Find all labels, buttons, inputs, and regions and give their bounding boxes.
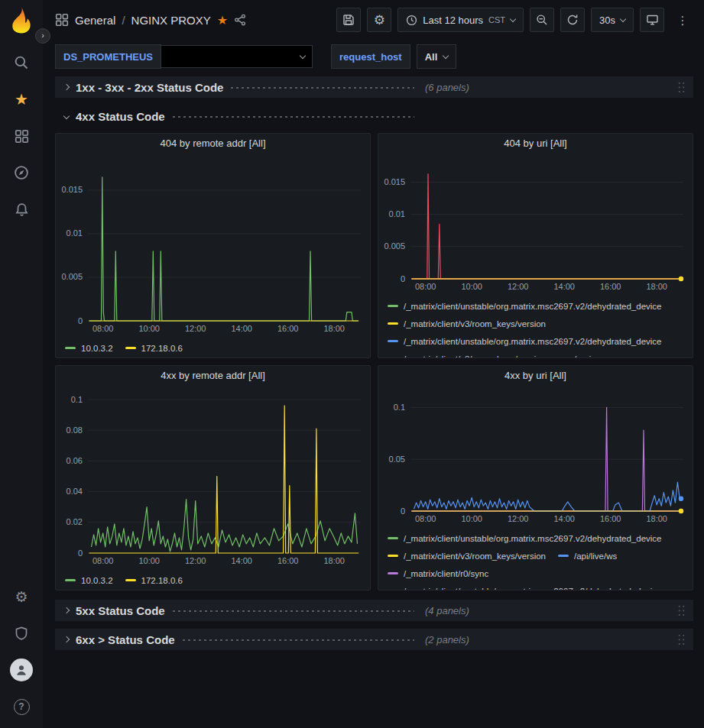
panel-title[interactable]: 404 by remote addr [All] bbox=[56, 134, 370, 154]
legend-item[interactable]: /_matrix/client/v3/room_keys/version bbox=[388, 315, 546, 332]
help-icon: ? bbox=[14, 699, 30, 715]
datasource-variable-label[interactable]: DS_PROMETHEUS bbox=[55, 44, 161, 69]
legend-item[interactable]: /sw.js bbox=[558, 351, 595, 358]
legend-item[interactable]: 172.18.0.6 bbox=[125, 572, 183, 588]
chevron-right-icon bbox=[63, 84, 70, 90]
legend-item[interactable]: /_matrix/client/unstable/org.matrix.msc2… bbox=[388, 298, 662, 314]
row-drag-handle[interactable] bbox=[677, 633, 686, 646]
time-series-chart[interactable]: 00.0050.010.01508:0010:0012:0014:0016:00… bbox=[378, 154, 693, 297]
datasource-value-dropdown[interactable] bbox=[161, 45, 313, 68]
request-host-variable-label[interactable]: request_host bbox=[331, 44, 410, 69]
svg-text:0.1: 0.1 bbox=[394, 403, 405, 412]
dashboard-settings-button[interactable]: ⚙ bbox=[367, 8, 391, 32]
gear-icon: ⚙ bbox=[15, 590, 28, 604]
kebab-menu-button[interactable]: ⋮ bbox=[670, 8, 695, 32]
legend-item[interactable]: 10.0.3.2 bbox=[65, 572, 113, 588]
row-4xx[interactable]: 4xx Status Code bbox=[55, 105, 693, 127]
row-panel-count: (6 panels) bbox=[425, 82, 469, 93]
time-range-picker[interactable]: Last 12 hours CST bbox=[397, 8, 524, 32]
svg-text:08:00: 08:00 bbox=[415, 514, 436, 523]
row-drag-handle[interactable] bbox=[677, 604, 686, 617]
row-drag-handle[interactable] bbox=[677, 81, 686, 94]
zoom-out-button[interactable] bbox=[530, 8, 554, 32]
dashboard-content: 1xx - 3xx - 2xx Status Code (6 panels) 4… bbox=[43, 76, 704, 650]
legend-item[interactable]: 10.0.3.2 bbox=[65, 340, 113, 356]
dotted-leader bbox=[181, 636, 414, 645]
legend-item[interactable]: 172.18.0.6 bbox=[125, 340, 183, 356]
share-icon[interactable] bbox=[234, 14, 246, 26]
row-6xx[interactable]: 6xx > Status Code (2 panels) bbox=[55, 629, 693, 650]
legend-label: 172.18.0.6 bbox=[141, 344, 183, 353]
svg-text:16:00: 16:00 bbox=[277, 556, 299, 565]
sidebar-help-item[interactable]: ? bbox=[0, 688, 43, 725]
time-series-chart[interactable]: 00.0050.010.01508:0010:0012:0014:0016:00… bbox=[56, 154, 370, 339]
dashboard-title[interactable]: NGINX PROXY bbox=[131, 14, 211, 27]
sidebar-settings-item[interactable]: ⚙ bbox=[0, 578, 43, 615]
favorite-star-icon[interactable]: ★ bbox=[217, 13, 228, 28]
row-1xx-3xx-2xx[interactable]: 1xx - 3xx - 2xx Status Code (6 panels) bbox=[55, 76, 693, 98]
sidebar-profile-item[interactable] bbox=[0, 652, 43, 688]
sidebar-starred-item[interactable]: ★ bbox=[0, 81, 43, 118]
timezone-label: CST bbox=[488, 15, 505, 24]
panel-grid: 404 by remote addr [All] 00.0050.010.015… bbox=[55, 133, 693, 590]
legend-item[interactable]: /api/live/ws bbox=[558, 548, 617, 564]
panel-title[interactable]: 4xx by uri [All] bbox=[378, 366, 693, 386]
row-5xx[interactable]: 5xx Status Code (4 panels) bbox=[55, 600, 693, 621]
svg-text:18:00: 18:00 bbox=[323, 324, 345, 333]
legend-label: /_matrix/client/r0/sync bbox=[404, 569, 488, 578]
svg-text:08:00: 08:00 bbox=[92, 324, 114, 333]
sidebar-search-icon[interactable] bbox=[0, 44, 43, 81]
legend-item[interactable]: /_matrix/client/r0/sync bbox=[388, 565, 488, 581]
request-host-value-dropdown[interactable]: All bbox=[417, 44, 457, 69]
sidebar-alerting-item[interactable] bbox=[0, 191, 43, 228]
svg-text:14:00: 14:00 bbox=[231, 324, 252, 333]
cycle-view-button[interactable] bbox=[640, 8, 664, 32]
svg-text:0.01: 0.01 bbox=[389, 209, 405, 218]
refresh-interval-dropdown[interactable]: 30s bbox=[591, 8, 634, 32]
legend-item[interactable]: /_matrix/client/unstable/org.matrix.msc2… bbox=[388, 333, 662, 349]
sidebar-dashboards-item[interactable] bbox=[0, 118, 43, 154]
panel-title[interactable]: 404 by uri [All] bbox=[378, 134, 693, 154]
svg-text:10:00: 10:00 bbox=[461, 514, 482, 523]
variables-submenu: DS_PROMETHEUS request_host All bbox=[43, 40, 704, 76]
time-series-chart[interactable]: 00.050.108:0010:0012:0014:0016:0018:00 bbox=[378, 386, 693, 529]
user-icon bbox=[15, 663, 28, 677]
legend-label: /_matrix/client/v3/room_keys/version bbox=[404, 354, 546, 358]
refresh-button[interactable] bbox=[560, 8, 585, 32]
svg-text:16:00: 16:00 bbox=[600, 282, 621, 291]
legend-swatch bbox=[125, 347, 136, 349]
legend-swatch bbox=[388, 555, 398, 557]
legend-item[interactable]: /_matrix/client/v3/room_keys/version bbox=[388, 548, 546, 564]
save-dashboard-button[interactable] bbox=[336, 8, 361, 32]
row-panel-count: (2 panels) bbox=[425, 634, 469, 645]
legend-item[interactable]: /_matrix/client/unstable/org.matrix.msc2… bbox=[388, 583, 662, 590]
svg-text:0.1: 0.1 bbox=[71, 395, 83, 404]
legend-swatch bbox=[65, 579, 76, 581]
zoom-out-icon bbox=[536, 14, 548, 26]
kebab-icon: ⋮ bbox=[677, 15, 689, 26]
row-panel-count: (4 panels) bbox=[425, 605, 469, 616]
svg-text:0: 0 bbox=[78, 316, 83, 325]
time-series-chart[interactable]: 00.020.040.060.080.108:0010:0012:0014:00… bbox=[56, 386, 370, 571]
svg-text:0.02: 0.02 bbox=[67, 517, 83, 526]
breadcrumb: General / NGINX PROXY ★ bbox=[55, 13, 246, 28]
sidebar-explore-item[interactable] bbox=[0, 154, 43, 191]
svg-text:08:00: 08:00 bbox=[415, 282, 436, 291]
avatar bbox=[10, 658, 33, 681]
apps-grid-icon bbox=[55, 13, 69, 27]
svg-text:14:00: 14:00 bbox=[553, 514, 575, 523]
breadcrumb-section[interactable]: General bbox=[75, 14, 115, 27]
legend-label: 172.18.0.6 bbox=[141, 576, 183, 585]
svg-text:0.08: 0.08 bbox=[67, 425, 83, 435]
legend-label: /_matrix/client/unstable/org.matrix.msc2… bbox=[404, 587, 662, 590]
svg-text:16:00: 16:00 bbox=[277, 324, 299, 333]
grafana-logo[interactable] bbox=[8, 6, 35, 34]
panel-title[interactable]: 4xx by remote addr [All] bbox=[56, 366, 370, 386]
legend-label: 10.0.3.2 bbox=[81, 344, 113, 353]
dotted-leader bbox=[171, 607, 414, 616]
sidebar-admin-item[interactable] bbox=[0, 615, 43, 652]
svg-text:0.015: 0.015 bbox=[384, 177, 405, 186]
legend-item[interactable]: /_matrix/client/unstable/org.matrix.msc2… bbox=[388, 530, 662, 546]
sidebar-expand-button[interactable]: › bbox=[35, 28, 50, 44]
legend-item[interactable]: /_matrix/client/v3/room_keys/version bbox=[388, 351, 546, 358]
